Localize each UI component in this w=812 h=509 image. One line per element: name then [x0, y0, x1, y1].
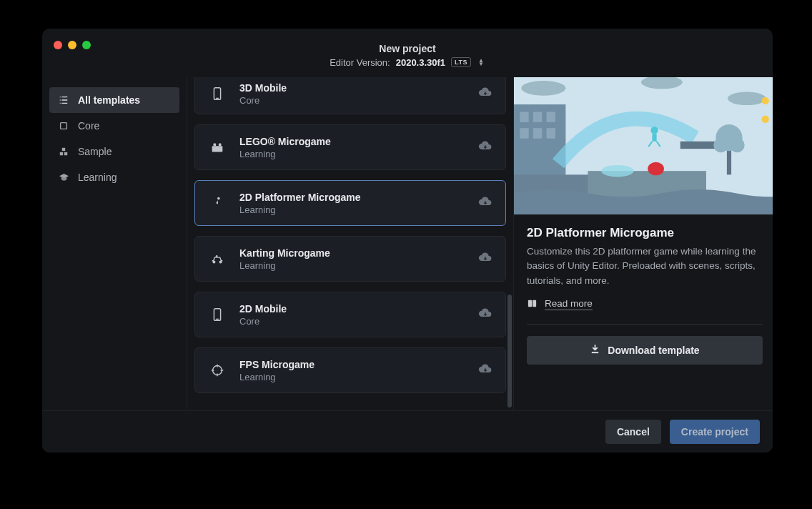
svg-point-15	[217, 197, 220, 200]
svg-point-27	[521, 81, 565, 96]
svg-point-42	[713, 138, 728, 153]
detail-title: 2D Platformer Microgame	[527, 226, 763, 240]
template-card-3d-mobile[interactable]: 3D Mobile Core	[194, 77, 506, 114]
svg-point-43	[730, 138, 745, 153]
cloud-download-icon	[478, 306, 492, 323]
detail-pane: 2D Platformer Microgame Customize this 2…	[513, 77, 773, 410]
template-category: Core	[239, 316, 465, 327]
svg-rect-13	[214, 144, 217, 147]
template-name: LEGO® Microgame	[239, 136, 465, 147]
svg-rect-6	[61, 123, 67, 129]
template-name: 2D Platformer Microgame	[239, 192, 465, 203]
sidebar-item-label: Core	[78, 120, 99, 132]
lts-badge: LTS	[451, 57, 471, 67]
window-title: New project	[379, 43, 435, 54]
template-category: Learning	[239, 372, 465, 382]
template-name: Karting Microgame	[239, 247, 465, 259]
svg-rect-8	[64, 152, 67, 155]
cloud-download-icon	[478, 362, 492, 379]
template-card-lego-microgame[interactable]: LEGO® Microgame Learning	[194, 124, 506, 170]
svg-rect-48	[652, 134, 656, 141]
docs-icon	[527, 298, 538, 311]
read-more-row: Read more	[527, 298, 763, 311]
svg-point-51	[601, 165, 634, 177]
read-more-link[interactable]: Read more	[545, 298, 593, 310]
template-list: 3D Mobile Core LEGO® Microgame Learning	[187, 77, 513, 410]
blocks-icon	[58, 146, 69, 157]
editor-version-value: 2020.3.30f1	[396, 57, 445, 68]
maximize-window-button[interactable]	[82, 41, 91, 49]
svg-rect-12	[212, 146, 223, 152]
mobile-icon	[208, 305, 227, 324]
close-window-button[interactable]	[54, 41, 62, 49]
sidebar-item-learning[interactable]: Learning	[49, 164, 179, 190]
template-text: 2D Platformer Microgame Learning	[239, 192, 465, 215]
cloud-download-icon	[478, 85, 492, 102]
svg-point-45	[761, 116, 768, 123]
svg-rect-34	[520, 128, 528, 138]
crosshair-icon	[208, 361, 227, 380]
cancel-button[interactable]: Cancel	[605, 420, 661, 444]
download-icon	[590, 344, 600, 357]
kart-icon	[208, 249, 227, 268]
sidebar-item-label: Learning	[78, 172, 117, 183]
template-name: 2D Mobile	[239, 303, 465, 315]
cloud-download-icon	[478, 194, 492, 212]
download-template-button[interactable]: Download template	[527, 336, 763, 365]
svg-rect-36	[547, 128, 555, 138]
titlebar: New project Editor Version: 2020.3.30f1 …	[42, 29, 773, 77]
editor-version-label: Editor Version:	[330, 57, 390, 68]
scrollbar-thumb[interactable]	[508, 295, 512, 407]
svg-point-29	[728, 92, 766, 105]
template-preview-image	[514, 77, 773, 214]
version-selector-stepper[interactable]: ▲▼	[477, 57, 485, 67]
svg-rect-32	[533, 112, 542, 122]
svg-rect-14	[219, 144, 222, 147]
lego-icon	[208, 138, 227, 157]
svg-rect-35	[533, 128, 542, 138]
template-category: Learning	[239, 204, 465, 215]
sidebar-item-core[interactable]: Core	[49, 113, 179, 139]
template-card-2d-mobile[interactable]: 2D Mobile Core	[194, 292, 506, 337]
svg-rect-9	[62, 148, 65, 151]
svg-rect-7	[60, 152, 63, 155]
svg-rect-53	[533, 300, 536, 307]
template-text: 2D Mobile Core	[239, 303, 465, 327]
create-project-button[interactable]: Create project	[670, 420, 760, 444]
editor-version-row: Editor Version: 2020.3.30f1 LTS ▲▼	[330, 57, 485, 68]
sidebar-item-all-templates[interactable]: All templates	[49, 87, 179, 113]
divider	[527, 324, 763, 325]
template-text: FPS Microgame Learning	[239, 359, 465, 382]
template-text: Karting Microgame Learning	[239, 247, 465, 271]
template-card-karting-microgame[interactable]: Karting Microgame Learning	[194, 236, 506, 282]
cloud-download-icon	[478, 139, 492, 156]
minimize-window-button[interactable]	[68, 41, 76, 49]
sidebar-item-sample[interactable]: Sample	[49, 139, 179, 164]
template-card-fps-microgame[interactable]: FPS Microgame Learning	[194, 347, 506, 393]
template-text: 3D Mobile Core	[239, 82, 465, 106]
svg-rect-31	[520, 112, 528, 122]
window-body: All templates Core Sample Learning	[42, 77, 773, 410]
square-icon	[58, 120, 69, 132]
template-category: Learning	[239, 260, 465, 271]
svg-point-18	[216, 255, 218, 257]
window-controls	[54, 41, 91, 49]
runner-icon	[208, 194, 227, 212]
sidebar-item-label: All templates	[78, 94, 140, 106]
sidebar-item-label: Sample	[78, 146, 112, 157]
template-name: 3D Mobile	[239, 82, 465, 94]
footer: Cancel Create project	[42, 410, 773, 453]
grad-cap-icon	[58, 172, 69, 183]
svg-point-21	[213, 366, 222, 375]
template-name: FPS Microgame	[239, 359, 465, 370]
svg-rect-54	[592, 352, 598, 353]
detail-description: Customize this 2D platformer game while …	[527, 244, 763, 288]
list-icon	[58, 94, 69, 106]
svg-rect-33	[547, 112, 555, 122]
template-category: Core	[239, 95, 465, 106]
sidebar: All templates Core Sample Learning	[42, 77, 187, 410]
template-card-2d-platformer-microgame[interactable]: 2D Platformer Microgame Learning	[194, 180, 506, 226]
cloud-download-icon	[478, 250, 492, 267]
svg-point-47	[650, 127, 658, 134]
download-button-label: Download template	[608, 345, 699, 356]
